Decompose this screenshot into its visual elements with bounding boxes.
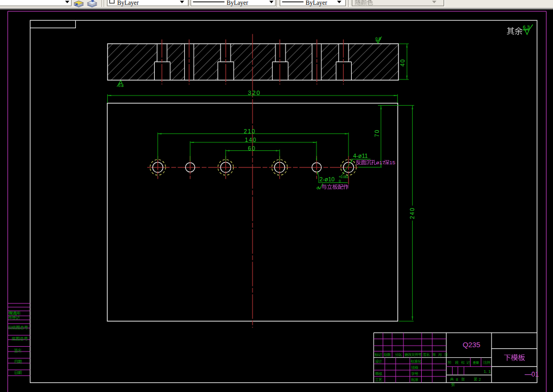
svg-text:0.8: 0.8: [375, 36, 381, 41]
svg-text:2-ø10: 2-ø10: [320, 176, 335, 182]
svg-text:140: 140: [245, 137, 257, 143]
svg-text:15: 15: [390, 159, 396, 165]
svg-text:ø17: ø17: [376, 159, 385, 165]
svg-text:0.8: 0.8: [118, 83, 124, 88]
svg-text:Q235: Q235: [463, 341, 480, 349]
svg-text:40: 40: [399, 59, 406, 67]
svg-text:8: 8: [456, 377, 458, 382]
svg-text:ByLayer: ByLayer: [227, 0, 248, 6]
svg-text:1. 1: 1. 1: [484, 369, 491, 374]
svg-text:ByLayer: ByLayer: [117, 0, 139, 6]
svg-text:240: 240: [409, 207, 415, 219]
svg-text:320: 320: [248, 90, 261, 96]
svg-text:4-ø11: 4-ø11: [353, 153, 368, 159]
svg-text:—01: —01: [525, 371, 539, 378]
svg-text:60: 60: [248, 145, 256, 151]
svg-text:210: 210: [244, 128, 256, 134]
svg-text:ByLayer: ByLayer: [306, 0, 327, 6]
svg-text:+0.061: +0.061: [339, 175, 349, 179]
svg-text:0: 0: [339, 179, 341, 183]
svg-text:6.3: 6.3: [523, 25, 530, 30]
svg-text:2: 2: [479, 377, 481, 382]
svg-text:70: 70: [374, 129, 380, 137]
